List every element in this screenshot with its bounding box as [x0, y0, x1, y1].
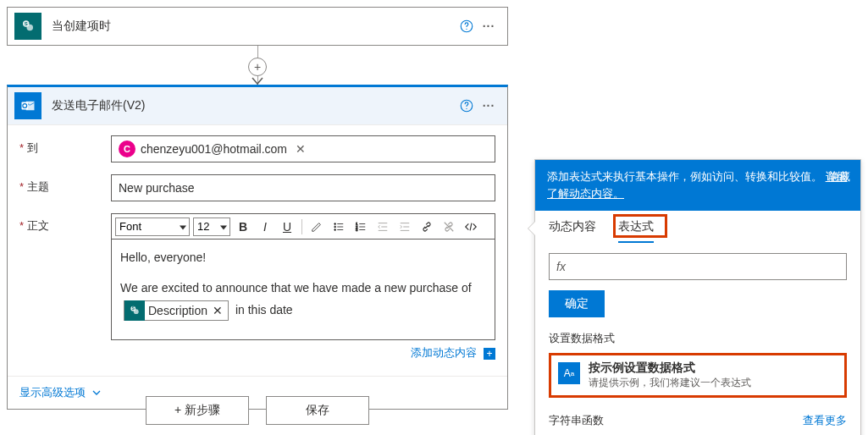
trigger-header[interactable]: S 当创建项时 — [8, 8, 507, 45]
save-button[interactable]: 保存 — [266, 396, 369, 425]
body-text: Hello, everyone! — [120, 248, 486, 267]
svg-point-12 — [334, 226, 336, 228]
email-header[interactable]: 发送电子邮件(V2) — [8, 87, 507, 124]
hide-flyout-link[interactable]: 隐藏 — [828, 168, 850, 185]
remove-token-button[interactable]: ✕ — [213, 301, 223, 320]
format-icon: Aa — [558, 362, 580, 384]
add-dynamic-content-link[interactable]: 添加动态内容 + — [111, 345, 495, 361]
flyout-footer: 字符串函数 查看更多 — [535, 406, 860, 435]
trigger-more-button[interactable] — [477, 19, 500, 33]
separator — [301, 219, 302, 234]
sharepoint-icon: S — [124, 300, 145, 321]
highlight-button[interactable] — [307, 218, 326, 236]
example-title: 按示例设置数据格式 — [589, 361, 751, 376]
subject-input[interactable]: New purchase — [111, 174, 495, 201]
font-select[interactable]: Font — [115, 218, 190, 236]
bullet-list-button[interactable] — [329, 218, 348, 236]
token-label: Description — [148, 301, 207, 320]
sharepoint-icon: S — [14, 13, 41, 40]
svg-point-4 — [466, 29, 467, 30]
fx-icon: fx — [556, 260, 566, 273]
remove-recipient-button[interactable]: ✕ — [296, 142, 306, 156]
trigger-card: S 当创建项时 — [7, 7, 508, 46]
connector: + — [7, 46, 508, 85]
indent-button[interactable] — [395, 218, 414, 236]
email-action-card: 发送电子邮件(V2) 到 C chenzeyu001@hotmail.com ✕… — [7, 85, 508, 410]
tab-expression[interactable]: 表达式 — [618, 219, 654, 243]
outdent-button[interactable] — [373, 218, 392, 236]
new-step-button[interactable]: + 新步骤 — [146, 396, 249, 425]
dynamic-token[interactable]: S Description ✕ — [124, 300, 229, 321]
flyout-tabs: 动态内容 表达式 — [535, 211, 860, 243]
email-more-button[interactable] — [477, 99, 500, 113]
svg-point-9 — [466, 108, 467, 109]
editor-wrap: Font 12 B I U 123 Hello, everyone! — [111, 213, 495, 361]
subject-label: 主题 — [19, 174, 111, 195]
svg-text:3: 3 — [356, 228, 358, 232]
subject-value: New purchase — [119, 181, 195, 195]
rich-text-toolbar: Font 12 B I U 123 — [111, 213, 495, 239]
section-title: 设置数据格式 — [535, 317, 860, 353]
help-icon[interactable] — [456, 16, 477, 36]
unlink-button[interactable] — [440, 218, 458, 236]
example-subtitle: 请提供示例，我们将建议一个表达式 — [589, 376, 751, 390]
avatar: C — [119, 140, 135, 157]
bottom-actions: + 新步骤 保存 — [7, 396, 508, 425]
underline-button[interactable]: U — [278, 218, 296, 236]
flyout-header: 添加表达式来执行基本操作，例如访问、转换和比较值。 详细了解动态内容。 隐藏 — [535, 160, 860, 211]
body-text: S Description ✕ in this date — [120, 300, 486, 321]
string-functions-label: 字符串函数 — [549, 413, 604, 428]
body-label: 正文 — [19, 213, 111, 234]
body-row: 正文 Font 12 B I U 123 — [19, 213, 495, 361]
email-body: 到 C chenzeyu001@hotmail.com ✕ 主题 New pur… — [8, 124, 507, 376]
see-more-link[interactable]: 查看更多 — [803, 413, 847, 428]
ok-button[interactable]: 确定 — [549, 290, 605, 317]
recipient-email: chenzeyu001@hotmail.com — [141, 142, 287, 156]
font-size-select[interactable]: 12 — [193, 218, 230, 236]
code-view-button[interactable] — [462, 218, 480, 236]
arrow-down-icon — [252, 77, 263, 85]
svg-text:S: S — [25, 21, 28, 26]
tab-dynamic-content[interactable]: 动态内容 — [549, 219, 596, 243]
to-input[interactable]: C chenzeyu001@hotmail.com ✕ — [111, 135, 495, 162]
trigger-title: 当创建项时 — [52, 19, 456, 34]
body-editor[interactable]: Hello, everyone! We are excited to annou… — [111, 239, 495, 340]
bold-button[interactable]: B — [234, 218, 252, 236]
svg-text:S: S — [132, 307, 135, 311]
expression-input[interactable]: fx — [549, 253, 847, 280]
expression-flyout: 添加表达式来执行基本操作，例如访问、转换和比较值。 详细了解动态内容。 隐藏 动… — [534, 159, 861, 435]
email-title: 发送电子邮件(V2) — [52, 98, 456, 113]
italic-button[interactable]: I — [256, 218, 274, 236]
to-row: 到 C chenzeyu001@hotmail.com ✕ — [19, 135, 495, 162]
subject-row: 主题 New purchase — [19, 174, 495, 201]
body-text: We are excited to announce that we have … — [120, 278, 486, 297]
chevron-down-icon — [92, 389, 101, 396]
svg-point-10 — [334, 223, 336, 224]
help-icon[interactable] — [456, 96, 477, 116]
outlook-icon — [14, 92, 41, 119]
to-label: 到 — [19, 135, 111, 156]
insert-step-button[interactable]: + — [248, 58, 267, 76]
recipient-chip[interactable]: C chenzeyu001@hotmail.com ✕ — [119, 140, 306, 157]
number-list-button[interactable]: 123 — [351, 218, 370, 236]
svg-point-14 — [334, 229, 336, 230]
example-text: 按示例设置数据格式 请提供示例，我们将建议一个表达式 — [589, 361, 751, 390]
plus-icon: + — [484, 348, 495, 360]
format-by-example-item[interactable]: Aa 按示例设置数据格式 请提供示例，我们将建议一个表达式 — [549, 353, 847, 398]
link-button[interactable] — [417, 218, 436, 236]
